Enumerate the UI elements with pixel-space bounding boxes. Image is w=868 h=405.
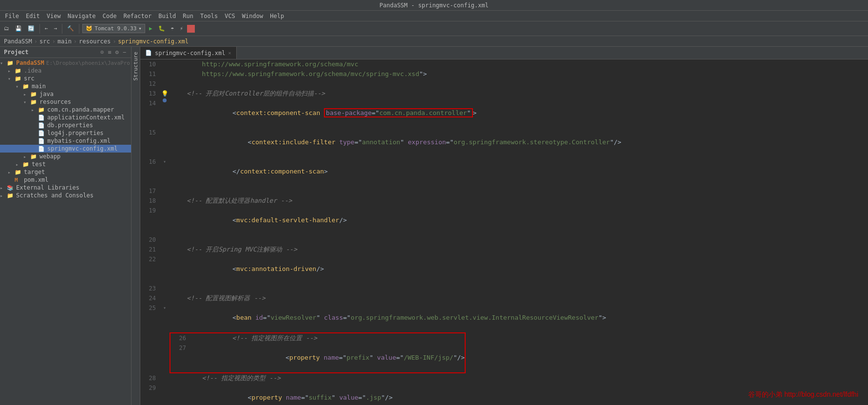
- tree-db[interactable]: ▸ 📄 db.properties: [0, 121, 131, 129]
- tree-resources[interactable]: ▾ 📁 resources: [0, 98, 131, 106]
- project-panel: Project ⊙ ≡ ⚙ − ▾ 📁 PandaSSM E:\Dropbox\…: [0, 47, 132, 405]
- panel-locate-btn[interactable]: ⊙: [99, 49, 105, 56]
- db-label: db.properties: [47, 122, 93, 129]
- resources-label: resources: [39, 98, 71, 105]
- webapp-arrow: ▸: [23, 154, 30, 159]
- menu-window[interactable]: Window: [239, 12, 266, 20]
- code-line-22: 22 <mvc:annotation-driven/>: [140, 254, 868, 284]
- toolbar-sep-1: [39, 24, 40, 34]
- tree-java[interactable]: ▸ 📁 java: [0, 90, 131, 98]
- debug-btn[interactable]: 🐛: [156, 24, 167, 33]
- ext-libs-icon: 📚: [7, 185, 15, 191]
- panel-collapse-btn[interactable]: ≡: [107, 49, 112, 56]
- java-arrow: ▸: [23, 92, 30, 97]
- lightbulb-icon[interactable]: 💡: [161, 89, 169, 98]
- resources-icon: 📁: [30, 99, 38, 105]
- tab-close-btn[interactable]: ✕: [228, 50, 231, 56]
- appctx-label: applicationContext.xml: [47, 114, 125, 121]
- tree-mapper[interactable]: ▸ 📁 com.cn.panda.mapper: [0, 106, 131, 114]
- tree-idea[interactable]: ▸ 📁 .idea: [0, 67, 131, 75]
- breadcrumb-project[interactable]: PandaSSM: [4, 38, 32, 45]
- toolbar: 🗂 💾 🔄 ← → 🔨 🐱 Tomcat 9.0.33 ▾ ▶ 🐛 ☂ ⚡: [0, 21, 868, 36]
- test-label: test: [32, 161, 46, 168]
- menu-build[interactable]: Build: [155, 12, 179, 20]
- code-line-15: 15 <context:include-filter type="annotat…: [140, 128, 868, 157]
- code-line-12: 12: [140, 79, 868, 89]
- src-icon: 📁: [15, 76, 22, 82]
- code-line-13: 13 💡 <!-- 开启对Controller层的组件自动扫描-->: [140, 89, 868, 98]
- breadcrumb-main[interactable]: main: [57, 38, 72, 45]
- menu-navigate[interactable]: Navigate: [65, 12, 99, 20]
- menu-tools[interactable]: Tools: [197, 12, 221, 20]
- main-layout: Project ⊙ ≡ ⚙ − ▾ 📁 PandaSSM E:\Dropbox\…: [0, 47, 868, 405]
- tree-src[interactable]: ▾ 📁 src: [0, 75, 131, 82]
- java-label: java: [39, 91, 54, 97]
- run-btn[interactable]: ▶: [147, 24, 154, 33]
- menu-file[interactable]: File: [2, 12, 22, 20]
- menu-vcs[interactable]: VCS: [222, 12, 238, 20]
- run-config-dropdown[interactable]: 🐱 Tomcat 9.0.33 ▾: [82, 24, 145, 33]
- breadcrumb-resources[interactable]: resources: [79, 38, 111, 45]
- dropdown-arrow-icon: ▾: [138, 25, 142, 32]
- java-icon: 📁: [30, 91, 38, 97]
- main-icon: 📁: [22, 83, 30, 90]
- tree-scratches[interactable]: ▸ 📁 Scratches and Consoles: [0, 192, 131, 199]
- code-line-14: 14 <context:component-scan base-package=…: [140, 98, 868, 128]
- panel-title: Project: [4, 49, 29, 56]
- code-line-25: 25 ▾ <bean id="viewResolver" class="org.…: [140, 303, 868, 332]
- tree-mybatis[interactable]: ▸ 📄 mybatis-config.xml: [0, 137, 131, 145]
- tree-appctx[interactable]: ▸ 📄 applicationContext.xml: [0, 114, 131, 121]
- springmvc-label: springmvc-config.xml: [47, 145, 118, 152]
- mapper-label: com.cn.panda.mapper: [47, 106, 114, 113]
- menu-bar: File Edit View Navigate Code Refactor Bu…: [0, 11, 868, 21]
- menu-edit[interactable]: Edit: [23, 12, 43, 20]
- toolbar-new-btn[interactable]: 🗂: [2, 24, 11, 33]
- menu-run[interactable]: Run: [180, 12, 196, 20]
- panel-header: Project ⊙ ≡ ⚙ −: [0, 47, 131, 58]
- db-icon: 📄: [38, 122, 46, 129]
- panel-settings-btn[interactable]: ⚙: [114, 49, 120, 56]
- code-editor[interactable]: 10 http://www.springframework.org/schema…: [140, 59, 868, 405]
- toolbar-sync-btn[interactable]: 🔄: [26, 24, 37, 33]
- project-root[interactable]: ▾ 📁 PandaSSM E:\Dropbox\phoenix\JavaPro: [0, 59, 131, 67]
- coverage-btn[interactable]: ☂: [169, 24, 176, 33]
- menu-help[interactable]: Help: [267, 12, 287, 20]
- tree-ext-libs[interactable]: ▸ 📚 External Libraries: [0, 184, 131, 192]
- tree-main[interactable]: ▾ 📁 main: [0, 82, 131, 90]
- tomcat-icon: 🐱: [86, 25, 93, 32]
- tab-springmvc[interactable]: 📄 springmvc-config.xml ✕: [140, 47, 237, 59]
- toolbar-save-btn[interactable]: 💾: [13, 24, 24, 33]
- scratches-icon: 📁: [7, 193, 15, 199]
- panel-close-btn[interactable]: −: [122, 49, 127, 56]
- toolbar-back-btn[interactable]: ←: [43, 24, 50, 33]
- mapper-arrow: ▸: [31, 107, 38, 113]
- tree-webapp[interactable]: ▸ 📁 webapp: [0, 153, 131, 160]
- profile-btn[interactable]: ⚡: [178, 24, 185, 33]
- code-line-17: 17: [140, 186, 868, 196]
- breadcrumb-file[interactable]: springmvc-config.xml: [118, 38, 189, 45]
- tree-springmvc[interactable]: ▸ 📄 springmvc-config.xml: [0, 145, 131, 153]
- code-line-20: 20: [140, 235, 868, 245]
- tree-log4j[interactable]: ▸ 📄 log4j.properties: [0, 129, 131, 137]
- toolbar-forward-btn[interactable]: →: [52, 24, 59, 33]
- tab-xml-icon: 📄: [145, 50, 152, 56]
- tree-target[interactable]: ▸ 📁 target: [0, 168, 131, 176]
- toolbar-build-btn[interactable]: 🔨: [65, 24, 76, 33]
- tree-pom[interactable]: ▸ M pom.xml: [0, 176, 131, 184]
- ext-libs-arrow: ▸: [0, 185, 7, 191]
- fold-arrow-25[interactable]: ▾: [163, 303, 166, 313]
- code-line-11: 11 https://www.springframework.org/schem…: [140, 69, 868, 79]
- menu-code[interactable]: Code: [100, 12, 120, 20]
- tree-test[interactable]: ▸ 📁 test: [0, 160, 131, 168]
- code-line-18: 18 <!-- 配置默认处理器handler -->: [140, 196, 868, 206]
- fold-arrow-16[interactable]: ▾: [163, 157, 166, 167]
- bookmark-dot-14: [163, 98, 167, 102]
- menu-view[interactable]: View: [44, 12, 64, 20]
- code-line-26: 26 <!-- 指定视图所在位置 -->: [170, 333, 465, 343]
- breadcrumb-src[interactable]: src: [39, 38, 50, 45]
- stop-btn[interactable]: [187, 25, 195, 33]
- menu-refactor[interactable]: Refactor: [120, 12, 154, 20]
- project-name: PandaSSM: [16, 59, 44, 66]
- structure-tab[interactable]: Structure: [132, 49, 140, 84]
- target-icon: 📁: [15, 169, 22, 175]
